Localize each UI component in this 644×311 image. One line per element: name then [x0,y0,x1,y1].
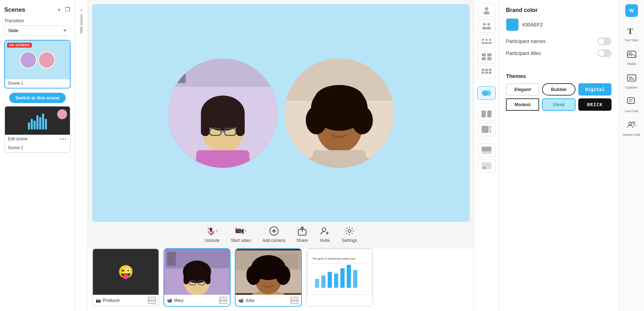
svg-point-71 [486,27,491,30]
brand-color-title: Brand color [506,7,612,13]
share-label: Share [297,238,308,243]
mary-more-button[interactable]: ••• [219,297,227,304]
video-circle-left [168,59,278,168]
svg-point-76 [489,39,491,41]
julia-more-button[interactable]: ••• [291,297,298,304]
switch-scene-button[interactable]: Switch to this scene [9,93,66,103]
layout-sidebar [474,0,499,311]
svg-rect-78 [482,53,486,56]
theme-digital-button[interactable]: Digital [578,83,612,96]
svg-rect-58 [312,263,367,263]
svg-point-109 [633,122,635,124]
svg-point-18 [306,106,327,134]
svg-point-32 [322,228,326,231]
layout-minimal-icon[interactable] [477,159,496,172]
svg-point-3 [173,61,184,69]
invite-icon [319,225,330,237]
panel-guests-chat[interactable]: Guests Chat [619,117,644,139]
scene2-label: Scene 2 [5,144,70,152]
brand-color-swatch[interactable] [506,18,519,31]
layout-single-icon[interactable] [477,4,496,17]
layout-four-icon[interactable] [477,50,496,63]
scenes-sidebar: Scenes + ❐ Transition Slide Fade None ON… [0,0,75,311]
mary-name-row: 📹 Mary [167,298,184,303]
invite-label: Invite [320,238,330,243]
scene-card-1[interactable]: ON SCREEN Scene 1 [4,40,71,89]
participant-names-toggle[interactable] [597,37,612,45]
settings-button[interactable]: Settings [342,225,357,243]
julia-preview [235,249,301,295]
scenes-title: Scenes [4,6,25,13]
layout-divider-2 [479,103,494,104]
mary-footer: 📹 Mary ••• [164,295,230,306]
share-icon [297,225,308,237]
layout-split-icon[interactable] [477,107,496,121]
svg-point-77 [488,42,492,44]
scene1-label: Scene 1 [5,79,70,88]
mary-cam-icon: 📹 [167,298,172,303]
bar7 [45,119,47,129]
panel-media[interactable]: Media [619,46,644,68]
add-camera-icon [268,225,280,237]
share-button[interactable]: Share [297,225,308,243]
add-scene-button[interactable]: + [57,6,61,14]
theme-sleek-button[interactable]: Sleek [542,98,575,111]
theme-brick-button[interactable]: BRICK [578,98,612,111]
transition-select[interactable]: Slide Fade None [4,25,71,36]
theme-modest-button[interactable]: Modest [506,98,539,111]
video-person-left-svg [168,59,278,168]
layout-circles-icon[interactable] [477,86,496,100]
svg-point-108 [629,122,632,125]
svg-text:The grow of streaming market s: The grow of streaming market size [312,257,356,260]
hide-scenes-button[interactable]: ‹ Hide scenes [79,7,83,33]
invite-button[interactable]: Invite [319,225,330,243]
layout-two-icon[interactable] [477,19,496,32]
panel-captions[interactable]: Captions [619,70,644,92]
chevron-left-icon: ‹ [80,7,82,13]
theme-elegant-button[interactable]: Elegant [506,83,539,96]
start-video-label: Start video [231,238,251,243]
unmute-button[interactable]: ▾ Unmute [205,225,220,243]
mary-svg [165,249,229,295]
panel-text-style[interactable]: T Text Style [619,23,644,45]
start-video-button[interactable]: ▾ Start video [231,225,251,243]
producer-more-button[interactable]: ••• [148,297,156,304]
svg-rect-7 [201,111,210,136]
scene2-avatar [57,109,67,119]
main-content: ▾ Unmute ▾ Start video [88,0,474,311]
svg-rect-61 [328,272,332,288]
participant-card-presentation: The grow of streaming market size [306,248,373,307]
layout-grid-icon[interactable] [477,66,496,79]
svg-rect-42 [184,271,189,284]
unmute-arrow: ▾ [216,229,218,233]
svg-rect-95 [482,147,491,152]
participant-titles-toggle[interactable] [597,49,612,57]
layout-bar-icon[interactable] [477,144,496,157]
live-chat-label: Live Chat [625,109,638,113]
julia-name-row: 📹 Julia [238,298,254,303]
edit-scene-label: Edit scene [8,136,28,141]
svg-rect-2 [172,66,186,83]
add-camera-button[interactable]: Add camera [262,225,285,243]
svg-rect-93 [489,126,491,129]
captions-label: Captions [625,86,638,89]
duplicate-scene-button[interactable]: ❐ [64,6,71,14]
captions-icon [627,73,637,85]
svg-point-73 [481,42,485,44]
svg-point-67 [483,11,490,14]
svg-point-75 [485,42,488,44]
svg-rect-26 [235,229,241,233]
svg-rect-60 [321,275,326,288]
scene-card-2[interactable]: Edit scene ••• Scene 2 [4,106,71,153]
layout-focus-icon[interactable] [477,123,496,136]
julia-cam-icon: 📹 [238,298,244,303]
panel-live-chat[interactable]: Live Chat [619,93,644,116]
theme-bubble-button[interactable]: Bubble [542,83,575,96]
svg-rect-65 [353,270,357,288]
layout-three-icon[interactable] [477,35,496,48]
scene2-more-button[interactable]: ••• [60,136,67,142]
guests-chat-label: Guests Chat [622,133,640,136]
layout-divider-3 [479,140,494,140]
participants-row: 😜 📷 Producer ••• [88,248,474,311]
guests-chat-icon [627,120,637,132]
